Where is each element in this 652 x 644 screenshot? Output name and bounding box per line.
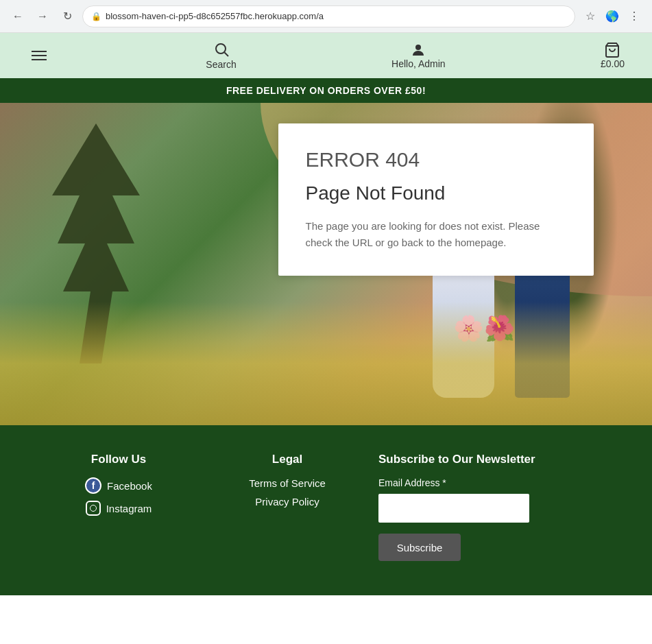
facebook-link[interactable]: f Facebook — [85, 477, 152, 494]
newsletter-section: Subscribe to Our Newsletter Email Addres… — [378, 453, 611, 561]
grass-overlay — [0, 343, 652, 425]
error-title: Page Not Found — [306, 182, 566, 204]
terms-link[interactable]: Terms of Service — [249, 477, 326, 489]
delivery-banner-text: FREE DELIVERY ON ORDERS OVER £50! — [226, 85, 426, 96]
error-message: The page you are looking for does not ex… — [306, 218, 566, 251]
site-header: Search Hello, Admin £0.00 — [0, 33, 652, 78]
cart-total: £0.00 — [601, 58, 625, 69]
delivery-banner: FREE DELIVERY ON ORDERS OVER £50! — [0, 78, 652, 103]
user-account-link[interactable]: Hello, Admin — [391, 42, 446, 69]
facebook-icon: f — [85, 477, 101, 494]
svg-line-1 — [224, 53, 228, 57]
email-label: Email Address * — [378, 477, 611, 488]
forward-button[interactable]: → — [33, 7, 52, 26]
follow-us-title: Follow Us — [91, 453, 146, 466]
instagram-label: Instagram — [106, 503, 152, 514]
cart-icon — [604, 42, 620, 58]
hamburger-menu-button[interactable] — [27, 47, 51, 64]
address-bar[interactable]: 🔒 blossom-haven-ci-pp5-d8c652557fbc.hero… — [82, 5, 575, 27]
legal-title: Legal — [272, 453, 302, 466]
search-icon — [213, 41, 230, 58]
back-button[interactable]: ← — [8, 7, 27, 26]
url-text: blossom-haven-ci-pp5-d8c652557fbc.heroku… — [106, 11, 566, 21]
bookmark-icon[interactable]: ☆ — [581, 7, 600, 26]
site-footer: Follow Us f Facebook Instagram Legal Ter… — [0, 425, 652, 595]
menu-line-2 — [32, 55, 47, 56]
instagram-icon — [86, 501, 101, 516]
facebook-label: Facebook — [107, 480, 152, 492]
user-label: Hello, Admin — [391, 58, 446, 69]
flowers-decoration: 🌸🌺 — [453, 314, 515, 343]
svg-point-2 — [415, 45, 421, 50]
instagram-link[interactable]: Instagram — [86, 501, 152, 516]
legal-section: Legal Terms of Service Privacy Policy — [210, 453, 365, 561]
search-link[interactable]: Search — [206, 41, 236, 70]
error-card: ERROR 404 Page Not Found The page you ar… — [278, 123, 594, 276]
refresh-button[interactable]: ↻ — [58, 7, 77, 26]
menu-line-3 — [32, 59, 47, 60]
menu-line-1 — [32, 51, 47, 52]
hero-section: 🌸🌺 ERROR 404 Page Not Found The page you… — [0, 103, 652, 425]
profile-icon[interactable]: 🌎 — [603, 7, 622, 26]
privacy-link[interactable]: Privacy Policy — [255, 496, 319, 508]
browser-actions: ☆ 🌎 ⋮ — [581, 7, 644, 26]
svg-point-0 — [216, 44, 226, 53]
cart-link[interactable]: £0.00 — [601, 42, 625, 69]
user-icon — [410, 42, 426, 58]
newsletter-title: Subscribe to Our Newsletter — [378, 453, 611, 466]
search-label: Search — [206, 59, 236, 70]
subscribe-button[interactable]: Subscribe — [378, 534, 461, 561]
email-input[interactable] — [378, 494, 529, 523]
browser-chrome: ← → ↻ 🔒 blossom-haven-ci-pp5-d8c652557fb… — [0, 0, 652, 33]
menu-dots-icon[interactable]: ⋮ — [625, 7, 644, 26]
error-code: ERROR 404 — [306, 148, 566, 171]
secure-icon: 🔒 — [91, 12, 101, 21]
follow-us-section: Follow Us f Facebook Instagram — [41, 453, 196, 561]
